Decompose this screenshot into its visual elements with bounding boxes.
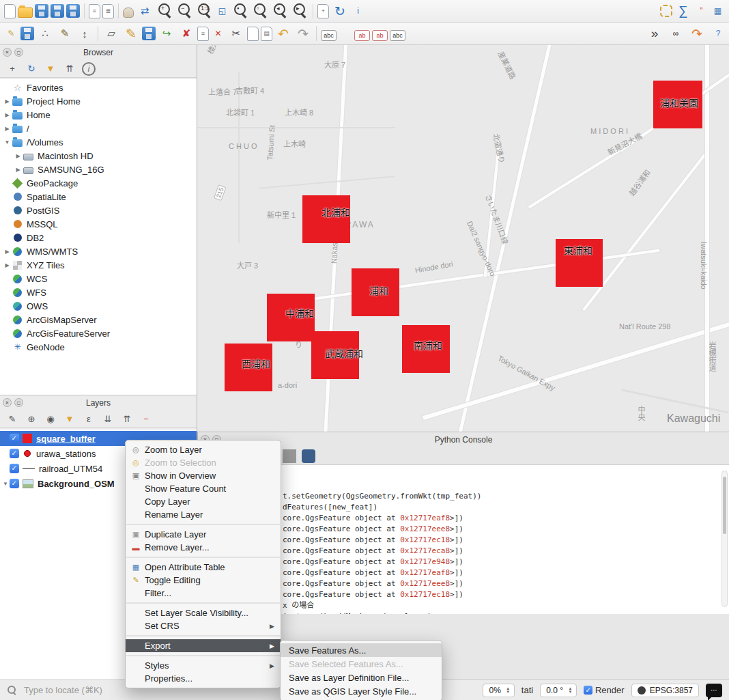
expand-arrow-icon[interactable]: ▶ (3, 249, 12, 255)
expand-arrow-icon[interactable]: ▶ (3, 98, 12, 104)
menu-item-properties[interactable]: Properties... (126, 672, 281, 685)
statistical-summary-icon[interactable]: ∑ (674, 2, 692, 20)
menu-item-show-feature-count[interactable]: Show Feature Count (126, 482, 281, 495)
new-print-layout-icon[interactable]: ≡ (89, 4, 100, 18)
close-panel-icon[interactable] (3, 48, 12, 57)
save-project-as-icon[interactable] (51, 4, 64, 18)
copy-style-icon[interactable]: ↪ (158, 25, 175, 42)
help-icon[interactable]: ? (711, 27, 725, 40)
browser-item-samsung-16g[interactable]: ▶ SAMSUNG_16G (0, 163, 197, 176)
browser-item-wms[interactable]: ▶ WMS/WMTS (0, 244, 197, 258)
select-features-icon[interactable] (660, 5, 672, 17)
zoom-out-icon[interactable]: − (175, 2, 193, 20)
filter-legend-icon[interactable]: ▼ (63, 412, 76, 426)
layer-visibility-checkbox[interactable] (10, 479, 19, 488)
pan-map-icon[interactable] (123, 8, 134, 18)
browser-item-home[interactable]: ▶ Home (0, 108, 197, 122)
browser-item-arcgis-map[interactable]: ArcGisMapServer (0, 313, 197, 326)
attribute-table-icon[interactable]: ▦ (711, 4, 725, 18)
save-map-as-image-icon[interactable] (66, 4, 80, 18)
browser-item-mssql[interactable]: MSSQL (0, 217, 197, 231)
render-toggle[interactable]: Render (584, 685, 625, 695)
expand-arrow-icon[interactable]: ▶ (14, 167, 23, 173)
attributes-form-icon[interactable]: ≡ (197, 27, 209, 41)
menu-item-export[interactable]: Export ▶ (126, 639, 281, 652)
browser-item-wcs[interactable]: WCS (0, 272, 197, 285)
browser-item-favorites[interactable]: ☆ Favorites (0, 81, 197, 94)
diagram-icon[interactable] (339, 27, 352, 40)
expand-arrow-icon[interactable]: ▼ (1, 481, 10, 487)
browser-item-postgis[interactable]: PostGIS (0, 204, 197, 217)
new-project-icon[interactable] (4, 4, 16, 18)
menu-item-remove-layer[interactable]: ▬ Remove Layer... (126, 541, 281, 554)
menu-item-show-in-overview[interactable]: ▣ Show in Overview (126, 469, 281, 482)
zoom-to-layer-icon[interactable]: ▫ (251, 2, 269, 20)
browser-item-xyz[interactable]: ▶ XYZ Tiles (0, 258, 197, 272)
zoom-to-selection-icon[interactable]: ▪ (231, 2, 249, 20)
refresh-browser-icon[interactable]: ↻ (25, 62, 38, 76)
save-project-icon[interactable] (35, 4, 48, 18)
toolbar-overflow[interactable]: » (646, 25, 663, 42)
clear-console-icon[interactable]: ✕ (283, 449, 296, 463)
submenu-item-save-qgis-layer-style[interactable]: Save as QGIS Layer Style File... (281, 684, 442, 698)
new-map-view-icon[interactable]: + (317, 4, 329, 18)
menu-item-toggle-editing[interactable]: ✎ Toggle Editing (126, 574, 281, 587)
layer-visibility-checkbox[interactable] (10, 449, 19, 458)
menu-item-open-attribute-table[interactable]: ▦ Open Attribute Table (126, 561, 281, 574)
browser-item-ows[interactable]: OWS (0, 299, 197, 313)
map-tips-icon[interactable]: ” (694, 4, 709, 18)
browser-item-spatialite[interactable]: SpatiaLite (0, 190, 197, 204)
layer-styling-icon[interactable]: ✎ (5, 412, 19, 426)
browser-item-wfs[interactable]: WFS (0, 285, 197, 299)
layer-visibility-checkbox[interactable] (10, 464, 19, 473)
processing-history-icon[interactable]: ↷ (688, 25, 706, 42)
float-panel-icon[interactable] (14, 398, 23, 407)
browser-properties-icon[interactable] (82, 62, 96, 76)
menu-item-set-crs[interactable]: Set CRS ▶ (126, 619, 281, 632)
submenu-item-save-features-as[interactable]: Save Features As... (281, 643, 442, 657)
paste-features-icon[interactable]: ▤ (261, 27, 272, 41)
expand-arrow-icon[interactable]: ▶ (3, 126, 12, 132)
layout-manager-icon[interactable]: ≣ (102, 4, 114, 18)
stepper-icon[interactable] (504, 687, 512, 694)
remove-layer-icon[interactable]: − (139, 412, 153, 426)
toggle-editing-icon[interactable]: ✎ (122, 25, 140, 42)
label-move-icon[interactable]: abc (390, 30, 405, 41)
browser-item-root[interactable]: ▶ / (0, 122, 197, 135)
label-highlight-icon[interactable]: ab (354, 30, 370, 41)
crs-indicator[interactable]: EPSG:3857 (631, 684, 699, 697)
expand-arrow-icon[interactable]: ▶ (3, 262, 12, 268)
menu-item-copy-layer[interactable]: Copy Layer (126, 495, 281, 508)
cancel-edits-icon[interactable]: ✘ (177, 25, 195, 42)
save-layer-edits-icon[interactable] (142, 27, 156, 40)
collapse-all-layers-icon[interactable]: ⇈ (120, 412, 134, 426)
filter-browser-icon[interactable]: ▼ (44, 62, 57, 76)
open-project-icon[interactable] (18, 8, 33, 18)
vertex-tool-icon[interactable]: ∴ (36, 25, 54, 42)
filter-expression-icon[interactable]: ε (82, 412, 96, 426)
redo-icon[interactable]: ↷ (294, 25, 312, 42)
submenu-item-save-layer-definition[interactable]: Save as Layer Definition File... (281, 671, 442, 684)
browser-item-macintosh-hd[interactable]: ▶ Macintosh HD (0, 149, 197, 163)
expand-arrow-icon[interactable]: ▶ (3, 112, 12, 118)
stepper-icon[interactable] (567, 687, 574, 694)
copy-features-icon[interactable] (247, 27, 259, 41)
osm-place-search-icon[interactable]: ∞ (669, 27, 683, 40)
close-panel-icon[interactable] (3, 398, 12, 407)
move-feature-icon[interactable]: ↕ (76, 25, 94, 42)
menu-item-styles[interactable]: Styles ▶ (126, 659, 281, 672)
zoom-in-icon[interactable]: + (156, 2, 173, 20)
map-themes-icon[interactable]: ◉ (44, 412, 57, 426)
expand-all-icon[interactable]: ⇊ (101, 412, 115, 426)
browser-item-db2[interactable]: DB2 (0, 231, 197, 244)
label-pin-icon[interactable]: ab (372, 30, 388, 41)
float-panel-icon[interactable] (14, 48, 23, 57)
expand-arrow-icon[interactable]: ▶ (14, 153, 23, 159)
browser-item-project-home[interactable]: ▶ Project Home (0, 94, 197, 108)
messages-icon[interactable] (706, 684, 722, 697)
show-editor-icon[interactable]: ≡ (302, 449, 315, 463)
save-edits-icon[interactable] (20, 27, 34, 40)
collapse-all-icon[interactable]: ⇈ (63, 62, 76, 76)
menu-item-set-layer-scale-visibility[interactable]: Set Layer Scale Visibility... (126, 606, 281, 619)
console-scrollbar[interactable] (721, 471, 728, 607)
